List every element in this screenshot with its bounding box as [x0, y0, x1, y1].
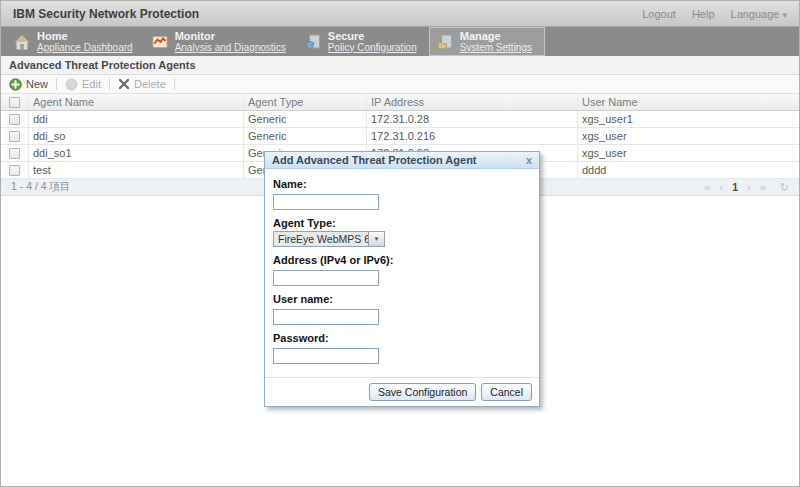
save-configuration-button[interactable]: Save Configuration	[369, 383, 476, 401]
dialog-body: Name: Agent Type: FireEye WebMPS 6.2 ▼ A…	[265, 169, 539, 368]
page-title: Advanced Threat Protection Agents	[1, 56, 799, 75]
cell-agent-name: test	[29, 162, 244, 178]
tab-title: Manage	[460, 30, 532, 42]
tab-subtitle: Policy Configuration	[328, 42, 417, 54]
column-header-ip-address[interactable]: IP Address	[367, 94, 578, 110]
pagination-summary: 1 - 4 / 4 項目	[11, 180, 71, 194]
row-checkbox[interactable]	[9, 165, 20, 176]
tab-monitor[interactable]: Monitor Analysis and Diagnostics	[145, 27, 298, 56]
column-header-agent-type[interactable]: Agent Type	[244, 94, 367, 110]
select-all-checkbox[interactable]	[9, 97, 20, 108]
last-page-icon[interactable]: »	[760, 182, 766, 193]
password-label: Password:	[273, 332, 531, 344]
secure-icon	[304, 33, 322, 51]
language-label: Language	[731, 8, 780, 20]
column-header-user-name[interactable]: User Name	[578, 94, 799, 110]
toolbar-divider	[174, 78, 175, 90]
monitor-icon	[151, 33, 169, 51]
language-menu[interactable]: Language▾	[731, 8, 787, 20]
tab-subtitle: System Settings	[460, 42, 532, 54]
dialog-title: Add Advanced Threat Protection Agent	[272, 154, 477, 166]
password-input[interactable]	[273, 348, 379, 364]
top-links: Logout Help Language▾	[642, 8, 787, 20]
agent-type-selected-value: FireEye WebMPS 6.2	[273, 231, 368, 247]
username-input[interactable]	[273, 309, 379, 325]
edit-button-label: Edit	[82, 78, 101, 90]
agents-toolbar: New Edit Delete	[1, 75, 799, 94]
tab-home[interactable]: Home Appliance Dashboard	[7, 27, 145, 56]
tab-subtitle: Analysis and Diagnostics	[175, 42, 286, 54]
column-header-agent-name[interactable]: Agent Name	[29, 94, 244, 110]
delete-button-label: Delete	[134, 78, 166, 90]
cell-user-name: dddd	[578, 162, 799, 178]
main-nav: Home Appliance Dashboard Monitor Analysi…	[1, 27, 799, 56]
cell-agent-name: ddi_so1	[29, 145, 244, 161]
table-header-row: Agent Name Agent Type IP Address User Na…	[1, 94, 799, 111]
row-checkbox[interactable]	[9, 131, 20, 142]
agent-type-select[interactable]: FireEye WebMPS 6.2 ▼	[273, 231, 385, 247]
cancel-button[interactable]: Cancel	[481, 383, 532, 401]
edit-button[interactable]: Edit	[65, 78, 101, 91]
cell-agent-name: ddi_so	[29, 128, 244, 144]
top-bar: IBM Security Network Protection Logout H…	[1, 1, 799, 27]
logout-link[interactable]: Logout	[642, 8, 676, 20]
table-row[interactable]: ddi Generic 172.31.0.28 xgs_user1	[1, 111, 799, 128]
tab-secure[interactable]: Secure Policy Configuration	[298, 27, 429, 56]
tab-title: Monitor	[175, 30, 286, 42]
new-button-label: New	[26, 78, 48, 90]
toolbar-divider	[109, 78, 110, 90]
table-row[interactable]: ddi_so Generic 172.31.0.216 xgs_user	[1, 128, 799, 145]
cell-user-name: xgs_user	[578, 128, 799, 144]
home-icon	[13, 33, 31, 51]
next-page-icon[interactable]: ›	[747, 182, 751, 193]
name-input[interactable]	[273, 194, 379, 210]
edit-pencil-icon	[65, 78, 78, 91]
cell-agent-name: ddi	[29, 111, 244, 127]
add-plus-icon	[9, 78, 22, 91]
row-checkbox[interactable]	[9, 114, 20, 125]
address-input[interactable]	[273, 270, 379, 286]
cell-agent-type: Generic	[244, 111, 367, 127]
row-checkbox[interactable]	[9, 148, 20, 159]
first-page-icon[interactable]: «	[704, 182, 710, 193]
cell-ip-address: 172.31.0.216	[367, 128, 578, 144]
app-title: IBM Security Network Protection	[13, 7, 199, 21]
tab-title: Secure	[328, 30, 417, 42]
manage-icon	[436, 33, 454, 51]
close-icon[interactable]: x	[526, 155, 532, 166]
tab-manage[interactable]: Manage System Settings	[429, 27, 545, 56]
app-window: IBM Security Network Protection Logout H…	[0, 0, 800, 487]
tab-title: Home	[37, 30, 133, 42]
cell-ip-address: 172.31.0.28	[367, 111, 578, 127]
chevron-down-icon: ▾	[782, 10, 787, 20]
refresh-icon[interactable]: ↻	[780, 182, 789, 193]
dialog-title-bar: Add Advanced Threat Protection Agent x	[265, 152, 539, 169]
cell-agent-type: Generic	[244, 128, 367, 144]
tab-subtitle: Appliance Dashboard	[37, 42, 133, 54]
agent-type-label: Agent Type:	[273, 217, 531, 229]
delete-button[interactable]: Delete	[118, 78, 166, 90]
username-label: User name:	[273, 293, 531, 305]
cell-user-name: xgs_user	[578, 145, 799, 161]
dialog-footer: Save Configuration Cancel	[265, 377, 539, 406]
dropdown-arrow-icon[interactable]: ▼	[368, 231, 385, 247]
address-label: Address (IPv4 or IPv6):	[273, 254, 531, 266]
current-page-number: 1	[732, 181, 738, 193]
cell-user-name: xgs_user1	[578, 111, 799, 127]
toolbar-divider	[56, 78, 57, 90]
help-link[interactable]: Help	[692, 8, 715, 20]
name-label: Name:	[273, 178, 531, 190]
delete-x-icon	[118, 78, 130, 90]
prev-page-icon[interactable]: ‹	[719, 182, 723, 193]
new-button[interactable]: New	[9, 78, 48, 91]
add-agent-dialog: Add Advanced Threat Protection Agent x N…	[264, 151, 540, 407]
